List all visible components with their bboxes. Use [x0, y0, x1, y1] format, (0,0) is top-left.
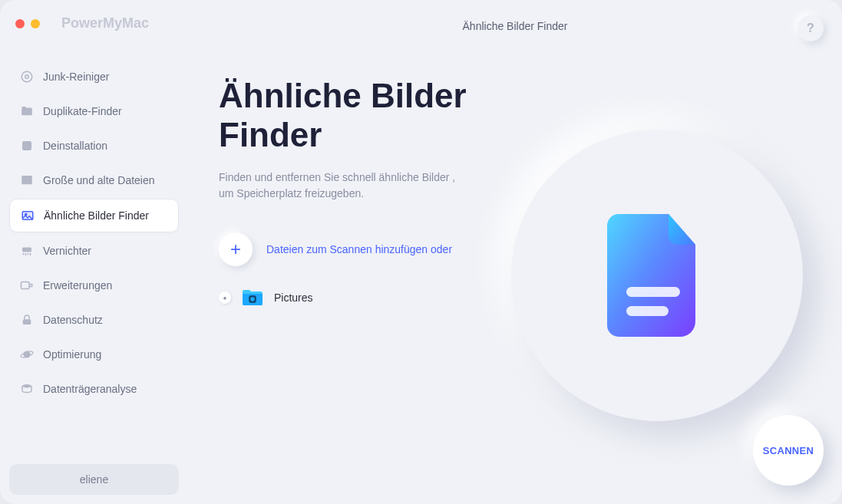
sidebar: PowerMyMac Junk-Reiniger Duplikate-Finde…: [0, 0, 188, 504]
sidebar-item-label: Vernichter: [43, 245, 91, 257]
planet-icon: [20, 348, 34, 361]
window-controls: PowerMyMac: [9, 15, 179, 31]
box-icon: [20, 173, 34, 187]
svg-rect-8: [22, 248, 31, 252]
remove-folder-button[interactable]: ●: [219, 292, 231, 304]
disk-icon: [20, 382, 34, 396]
shredder-icon: [20, 244, 34, 258]
add-files-row: + Dateien zum Scannen hinzufügen oder: [219, 232, 503, 266]
sidebar-item-label: Große und alte Dateien: [43, 174, 155, 186]
sidebar-item-aehnliche-bilder-finder[interactable]: Ähnliche Bilder Finder: [9, 199, 179, 232]
svg-rect-17: [626, 306, 669, 316]
minimize-window-button[interactable]: [31, 19, 40, 28]
illustration-circle: [511, 130, 803, 421]
sidebar-item-deinstallation[interactable]: Deinstallation: [9, 130, 179, 162]
sidebar-item-label: Datenträgeranalyse: [43, 383, 137, 395]
main-content: Ähnliche Bilder Finder ? Ähnliche Bilder…: [188, 0, 842, 504]
add-files-label[interactable]: Dateien zum Scannen hinzufügen oder: [266, 243, 452, 255]
svg-rect-4: [21, 176, 32, 178]
content-right: [503, 77, 811, 473]
folder-row: ● Pictures: [219, 289, 503, 306]
lock-icon: [20, 313, 34, 327]
sidebar-item-vernichter[interactable]: Vernichter: [9, 235, 179, 267]
help-button[interactable]: ?: [797, 15, 824, 41]
svg-rect-3: [21, 177, 32, 184]
dot-icon: ●: [223, 295, 227, 301]
close-window-button[interactable]: [15, 19, 25, 28]
sidebar-item-duplikate-finder[interactable]: Duplikate-Finder: [9, 95, 179, 127]
sidebar-item-junk-reiniger[interactable]: Junk-Reiniger: [9, 61, 179, 93]
svg-rect-9: [21, 282, 30, 289]
svg-point-13: [22, 384, 31, 388]
sidebar-item-label: Deinstallation: [43, 140, 107, 152]
svg-rect-10: [23, 319, 31, 324]
help-icon: ?: [807, 21, 814, 35]
content-area: Ähnliche Bilder Finder Finden und entfer…: [188, 0, 842, 504]
content-left: Ähnliche Bilder Finder Finden und entfer…: [219, 77, 503, 473]
sidebar-user-button[interactable]: eliene: [9, 464, 179, 495]
pictures-folder-icon: [242, 289, 263, 306]
scan-button[interactable]: SCANNEN: [753, 415, 824, 486]
sidebar-item-erweiterungen[interactable]: Erweiterungen: [9, 269, 179, 301]
sidebar-item-label: Datenschutz: [43, 314, 103, 326]
sidebar-nav: Junk-Reiniger Duplikate-Finder Deinstall…: [9, 61, 179, 464]
folder-name: Pictures: [274, 292, 313, 304]
main-subtext: Finden und entfernen Sie schnell ähnlich…: [219, 170, 464, 202]
app-icon: [20, 139, 34, 153]
image-icon: [21, 209, 35, 222]
document-illustration-icon: [607, 214, 707, 337]
sidebar-item-label: Optimierung: [43, 348, 101, 361]
user-name: eliene: [80, 473, 108, 486]
sidebar-item-datenschutz[interactable]: Datenschutz: [9, 304, 179, 336]
folder-icon: [20, 104, 34, 118]
sidebar-item-label: Duplikate-Finder: [43, 105, 122, 117]
sidebar-item-label: Erweiterungen: [43, 279, 112, 292]
svg-rect-2: [22, 141, 31, 150]
extension-icon: [20, 278, 34, 292]
sidebar-item-label: Junk-Reiniger: [43, 71, 109, 83]
main-heading: Ähnliche Bilder Finder: [219, 77, 503, 154]
target-icon: [20, 70, 34, 84]
app-brand: PowerMyMac: [61, 15, 149, 31]
sidebar-item-datentraegeranalyse[interactable]: Datenträgeranalyse: [9, 373, 179, 405]
sidebar-item-grosse-alte-dateien[interactable]: Große und alte Dateien: [9, 164, 179, 196]
page-title: Ähnliche Bilder Finder: [463, 20, 568, 32]
sidebar-item-label: Ähnliche Bilder Finder: [44, 209, 149, 222]
plus-icon: +: [230, 239, 241, 260]
scan-button-label: SCANNEN: [763, 445, 814, 456]
add-files-button[interactable]: +: [219, 232, 253, 266]
svg-point-1: [25, 75, 29, 79]
app-window: PowerMyMac Junk-Reiniger Duplikate-Finde…: [0, 0, 842, 504]
sidebar-item-optimierung[interactable]: Optimierung: [9, 338, 179, 371]
svg-point-0: [21, 71, 32, 82]
svg-rect-16: [626, 287, 680, 297]
